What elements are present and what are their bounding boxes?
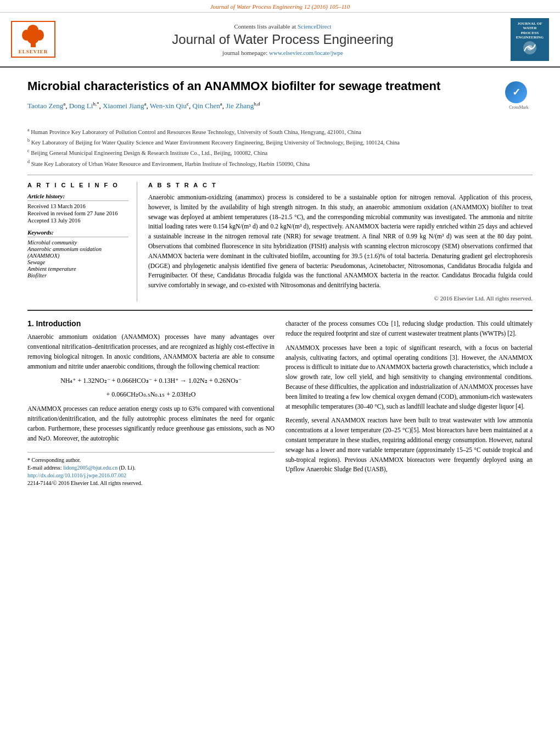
- article-title: Microbial characteristics of an ANAMMOX …: [27, 79, 505, 94]
- intro-para-1: Anaerobic ammonium oxidation (ANAMMOX) p…: [27, 332, 275, 371]
- homepage-link[interactable]: www.elsevier.com/locate/jwpe: [269, 49, 343, 56]
- accepted-date: Accepted 13 July 2016: [27, 217, 128, 224]
- author-email-link[interactable]: lidong2005@bjut.edu.cn: [63, 465, 117, 471]
- keyword-3: (ANAMMOX): [27, 253, 128, 259]
- body-right-col: character of the process consumes CO₂ [1…: [285, 319, 533, 488]
- journal-homepage: journal homepage: www.elsevier.com/locat…: [60, 49, 505, 56]
- author-qin[interactable]: Qin Chen: [193, 102, 220, 110]
- affil-b: b Key Laboratory of Beijing for Water Qu…: [27, 137, 533, 147]
- journal-title: Journal of Water Process Engineering: [60, 32, 505, 47]
- right-para-2: ANAMMOX processes have been a topic of s…: [285, 343, 533, 412]
- keyword-6: Biofilter: [27, 272, 128, 278]
- journal-center: Contents lists available at ScienceDirec…: [60, 23, 505, 56]
- equation-1: NH₄⁺ + 1.32NO₂⁻ + 0.066HCO₃⁻ + 0.13H⁺ → …: [27, 377, 275, 385]
- issn-line: 2214-7144/© 2016 Elsevier Ltd. All right…: [27, 480, 275, 486]
- right-para-1: character of the process consumes CO₂ [1…: [285, 319, 533, 339]
- email-note: E-mail address: lidong2005@bjut.edu.cn (…: [27, 465, 275, 471]
- journal-logo-right: JOURNAL OF WATER PROCESS ENGINEERING: [505, 18, 549, 61]
- keyword-2: Anaerobic ammonium oxidation: [27, 246, 128, 252]
- journal-citation-text: Journal of Water Process Engineering 12 …: [210, 3, 350, 10]
- intro-heading: 1. Introduction: [27, 319, 275, 328]
- article-info-section: A R T I C L E I N F O Article history: R…: [27, 182, 128, 224]
- contents-link: Contents lists available at ScienceDirec…: [60, 23, 505, 30]
- equation-2: + 0.066CH₂O₀.₅N₀.₁₅ + 2.03H₂O: [27, 390, 275, 399]
- crossmark-badge: ✓ CrossMark: [505, 81, 533, 110]
- doi-link[interactable]: http://dx.doi.org/10.1016/j.jwpe.2016.07…: [27, 472, 126, 478]
- article-title-section: Microbial characteristics of an ANAMMOX …: [27, 79, 533, 121]
- affiliations: a Human Province Key Laboratory of Pollu…: [27, 127, 533, 168]
- journal-header: ELSEVIER Contents lists available at Sci…: [0, 13, 560, 68]
- article-title-text: Microbial characteristics of an ANAMMOX …: [27, 79, 505, 116]
- wpe-logo-icon: [519, 40, 541, 55]
- abstract-label: A B S T R A C T: [148, 182, 533, 188]
- right-para-3: Recently, several ANAMMOX reactors have …: [285, 416, 533, 475]
- authors-line: Taotao Zenga, Dong Lib,*, Xiaomei Jianga…: [27, 101, 505, 111]
- author-xiaomei[interactable]: Xiaomei Jiang: [103, 102, 144, 110]
- journal-logo-box: JOURNAL OF WATER PROCESS ENGINEERING: [511, 18, 549, 61]
- crossmark-label: CrossMark: [505, 105, 533, 110]
- doi-line: http://dx.doi.org/10.1016/j.jwpe.2016.07…: [27, 472, 275, 478]
- author-jie[interactable]: Jie Zhang: [226, 102, 254, 110]
- article-info-abstract: A R T I C L E I N F O Article history: R…: [27, 175, 533, 302]
- abstract-section: A B S T R A C T Anaerobic ammonium-oxidi…: [148, 182, 533, 302]
- article-history-heading: Article history:: [27, 193, 128, 201]
- keywords-list: Microbial community Anaerobic ammonium o…: [27, 239, 128, 278]
- received-date: Received 13 March 2016: [27, 203, 128, 209]
- keyword-1: Microbial community: [27, 239, 128, 246]
- revised-date: Received in revised form 27 June 2016: [27, 210, 128, 216]
- article-info-label: A R T I C L E I N F O: [27, 182, 128, 188]
- abstract-text: Anaerobic ammonium-oxidizing (anammox) p…: [148, 193, 533, 291]
- sciencedirect-link[interactable]: ScienceDirect: [298, 23, 332, 30]
- footer-section: * Corresponding author. E-mail address: …: [27, 452, 275, 486]
- main-body: 1. Introduction Anaerobic ammonium oxida…: [27, 310, 533, 488]
- elsevier-tree-icon: [15, 24, 51, 49]
- body-left-col: 1. Introduction Anaerobic ammonium oxida…: [27, 319, 275, 488]
- svg-point-6: [527, 45, 533, 51]
- crossmark-icon: ✓: [505, 81, 527, 103]
- keywords-section: Keywords: Microbial community Anaerobic …: [27, 229, 128, 278]
- logo-top-text: JOURNAL OF WATER PROCESS ENGINEERING: [514, 21, 546, 40]
- author-taotao[interactable]: Taotao Zeng: [27, 102, 63, 110]
- keyword-5: Ambient temperature: [27, 266, 128, 272]
- journal-citation-bar: Journal of Water Process Engineering 12 …: [0, 0, 560, 13]
- article-info-col: A R T I C L E I N F O Article history: R…: [27, 182, 137, 302]
- affil-d: d State Key Laboratory of Urban Water Re…: [27, 159, 533, 168]
- author-wenxin[interactable]: Wen-xin Qiu: [150, 102, 187, 110]
- keyword-4: Sewage: [27, 259, 128, 265]
- affil-c: c Beijing General Municipal Engineering …: [27, 148, 533, 157]
- elsevier-logo: ELSEVIER: [11, 21, 60, 58]
- article-content: Microbial characteristics of an ANAMMOX …: [0, 68, 560, 499]
- keywords-heading: Keywords:: [27, 229, 128, 237]
- svg-point-4: [27, 25, 38, 35]
- corresponding-author-note: * Corresponding author.: [27, 457, 275, 463]
- copyright-line: © 2016 Elsevier Ltd. All rights reserved…: [148, 295, 533, 302]
- elsevier-text: ELSEVIER: [15, 49, 51, 54]
- author-dong[interactable]: Dong Li: [69, 102, 93, 110]
- affil-a: a Human Province Key Laboratory of Pollu…: [27, 127, 533, 136]
- intro-para-2: ANAMMOX processes can reduce aeration en…: [27, 404, 275, 443]
